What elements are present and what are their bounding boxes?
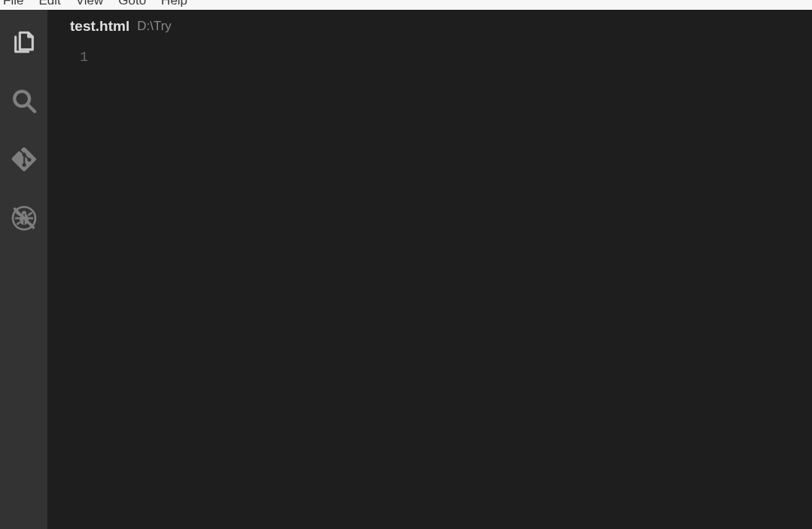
line-gutter: 1 [47,43,100,529]
editor: test.html D:\Try 1 [47,10,812,529]
menubar: File Edit View Goto Help [0,0,812,10]
debug-icon[interactable] [11,205,38,232]
files-icon[interactable] [11,29,38,56]
search-icon[interactable] [11,87,38,114]
editor-tab[interactable]: test.html D:\Try [47,10,812,43]
editor-body[interactable]: 1 [47,43,812,529]
line-number: 1 [47,47,88,67]
menu-goto[interactable]: Goto [111,0,154,10]
svg-line-1 [27,105,34,111]
tab-filepath: D:\Try [137,19,172,34]
menu-edit[interactable]: Edit [31,0,68,10]
menu-help[interactable]: Help [154,0,195,10]
menu-view[interactable]: View [68,0,111,10]
workbench: test.html D:\Try 1 [0,10,812,529]
menu-file[interactable]: File [0,0,31,10]
tab-filename: test.html [70,18,129,35]
activitybar [0,10,47,529]
svg-line-9 [28,213,32,216]
svg-line-10 [17,222,20,224]
code-area[interactable] [100,43,812,529]
git-icon[interactable] [11,146,38,173]
